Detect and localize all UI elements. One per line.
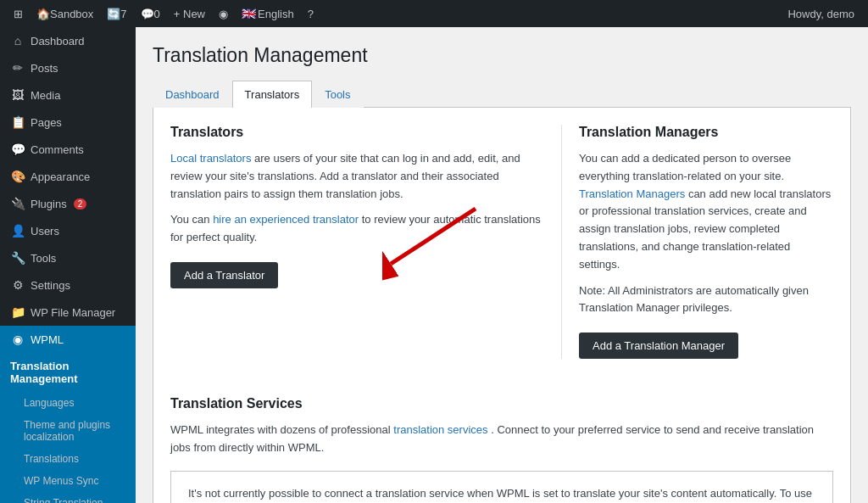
user-greeting: Howdy, demo — [787, 8, 854, 20]
media-icon: 🖼 — [10, 88, 25, 102]
help-button[interactable]: ? — [301, 0, 320, 27]
submenu-header-translation-management[interactable]: Translation Management — [0, 353, 136, 392]
comments-sidebar-icon: 💬 — [10, 143, 25, 156]
sidebar-submenu-languages[interactable]: Languages — [0, 392, 136, 414]
howdy-label[interactable]: Howdy, demo — [781, 0, 861, 27]
submenu-header-label: Translation Management — [10, 360, 125, 385]
sidebar-item-settings[interactable]: ⚙ Settings — [0, 271, 136, 299]
tab-translators[interactable]: Translators — [232, 81, 313, 108]
sidebar-submenu-translations[interactable]: Translations — [0, 448, 136, 470]
tab-translators-label: Translators — [245, 88, 300, 101]
site-name-button[interactable]: 🏠 Sandbox — [30, 0, 100, 27]
comments-count: 0 — [154, 8, 160, 20]
arrow-container: Add a Translator — [170, 255, 544, 288]
wp-logo-button[interactable]: ⊞ — [7, 0, 30, 27]
languages-label: Languages — [24, 397, 74, 409]
add-translation-manager-button[interactable]: Add a Translation Manager — [579, 333, 738, 359]
ts-desc-prefix: WPML integrates with dozens of professio… — [170, 423, 393, 436]
sidebar-item-plugins[interactable]: 🔌 Plugins 2 — [0, 190, 136, 217]
translators-intro2-prefix: You can — [170, 213, 213, 226]
appearance-icon: 🎨 — [10, 170, 25, 183]
sidebar-label-settings: Settings — [31, 279, 70, 292]
sidebar-submenu-theme-plugins[interactable]: Theme and plugins localization — [0, 414, 136, 448]
new-content-button[interactable]: + New — [167, 0, 212, 27]
sidebar-label-dashboard: Dashboard — [31, 35, 85, 48]
wpml-icon: ◉ — [10, 333, 25, 346]
tab-tools[interactable]: Tools — [312, 81, 363, 108]
tab-bar: Dashboard Translators Tools — [153, 81, 851, 108]
translation-managers-title: Translation Managers — [579, 125, 833, 140]
wp-logo-icon: ⊞ — [14, 8, 23, 20]
help-icon: ? — [308, 8, 314, 20]
updates-count: 7 — [120, 8, 126, 20]
theme-plugins-label: Theme and plugins localization — [24, 419, 125, 443]
plugins-icon: 🔌 — [10, 197, 25, 210]
users-icon: 👤 — [10, 224, 25, 238]
wpml-bar-icon: ◉ — [219, 8, 228, 20]
sidebar-label-comments: Comments — [31, 143, 84, 156]
dashboard-icon: ⌂ — [10, 34, 25, 48]
wpml-bar-button[interactable]: ◉ — [212, 0, 235, 27]
sidebar-label-wpml: WPML — [31, 333, 64, 346]
add-translator-button[interactable]: Add a Translator — [170, 262, 278, 288]
home-icon: 🏠 — [36, 8, 50, 20]
translation-managers-note: Note: All Administrators are automatical… — [579, 282, 833, 318]
admin-bar: ⊞ 🏠 Sandbox 🔄 7 💬 0 + New ◉ 🇬🇧 English ? — [0, 0, 868, 27]
tab-dashboard[interactable]: Dashboard — [153, 81, 232, 108]
sidebar-item-comments[interactable]: 💬 Comments — [0, 136, 136, 163]
tm-text1: You can add a dedicated person to overse… — [579, 152, 791, 182]
page-title: Translation Management — [153, 44, 851, 67]
sidebar-label-users: Users — [31, 225, 59, 238]
translations-label: Translations — [24, 453, 79, 465]
translation-services-title: Translation Services — [170, 396, 833, 411]
sidebar-item-wpfilemanager[interactable]: 📁 WP File Manager — [0, 299, 136, 326]
pages-icon: 📋 — [10, 115, 25, 129]
sidebar-item-posts[interactable]: ✏ Posts — [0, 54, 136, 81]
sidebar-label-tools: Tools — [31, 252, 56, 265]
sidebar-label-posts: Posts — [31, 62, 58, 75]
local-translators-link[interactable]: Local translators — [170, 152, 251, 165]
hire-translator-link[interactable]: hire an experienced translator — [213, 213, 359, 226]
sidebar-label-appearance: Appearance — [31, 170, 90, 183]
sidebar-label-media: Media — [31, 89, 60, 102]
wpfilemanager-icon: 📁 — [10, 305, 25, 319]
string-translation-label: String Translation — [24, 497, 103, 503]
wp-menus-sync-label: WP Menus Sync — [24, 475, 98, 487]
plugins-badge: 2 — [74, 198, 87, 210]
translators-section-title: Translators — [170, 125, 544, 140]
updates-icon: 🔄 — [107, 8, 120, 20]
language-selector[interactable]: 🇬🇧 English — [235, 0, 301, 27]
translators-intro1: Local translators are users of your site… — [170, 150, 544, 203]
sidebar-label-wpfilemanager: WP File Manager — [31, 306, 115, 319]
tab-tools-label: Tools — [325, 88, 350, 101]
sidebar-label-pages: Pages — [31, 116, 62, 129]
translators-intro2: You can hire an experienced translator t… — [170, 211, 544, 247]
sidebar-item-dashboard[interactable]: ⌂ Dashboard — [0, 27, 136, 54]
translation-services-note: It's not currently possible to connect a… — [170, 471, 833, 503]
sidebar-item-wpml[interactable]: ◉ WPML — [0, 326, 136, 353]
sidebar-item-users[interactable]: 👤 Users — [0, 217, 136, 244]
ts-note-text: It's not currently possible to connect a… — [188, 487, 812, 503]
sidebar-item-media[interactable]: 🖼 Media — [0, 81, 136, 109]
translation-services-desc: WPML integrates with dozens of professio… — [170, 422, 833, 457]
sidebar-submenu-string-translation[interactable]: String Translation — [0, 492, 136, 503]
updates-button[interactable]: 🔄 7 — [100, 0, 133, 27]
translation-managers-text: You can add a dedicated person to overse… — [579, 150, 833, 274]
comments-icon: 💬 — [141, 8, 154, 20]
translation-managers-link[interactable]: Translation Managers — [579, 187, 685, 200]
sidebar-label-plugins: Plugins — [31, 198, 67, 210]
tools-icon: 🔧 — [10, 251, 25, 265]
sidebar-item-pages[interactable]: 📋 Pages — [0, 109, 136, 136]
sidebar-item-tools[interactable]: 🔧 Tools — [0, 244, 136, 271]
new-content-label: + New — [174, 8, 205, 20]
language-label: English — [258, 8, 294, 20]
translation-services-link[interactable]: translation services — [393, 423, 487, 436]
flag-icon: 🇬🇧 — [242, 7, 256, 20]
settings-icon: ⚙ — [10, 278, 25, 292]
posts-icon: ✏ — [10, 61, 25, 75]
sidebar: ⌂ Dashboard ✏ Posts 🖼 Media 📋 Pages 💬 Co… — [0, 27, 136, 503]
tab-dashboard-label: Dashboard — [165, 88, 220, 101]
sidebar-item-appearance[interactable]: 🎨 Appearance — [0, 163, 136, 190]
comments-button[interactable]: 💬 0 — [134, 0, 167, 27]
sidebar-submenu-wp-menus-sync[interactable]: WP Menus Sync — [0, 470, 136, 492]
